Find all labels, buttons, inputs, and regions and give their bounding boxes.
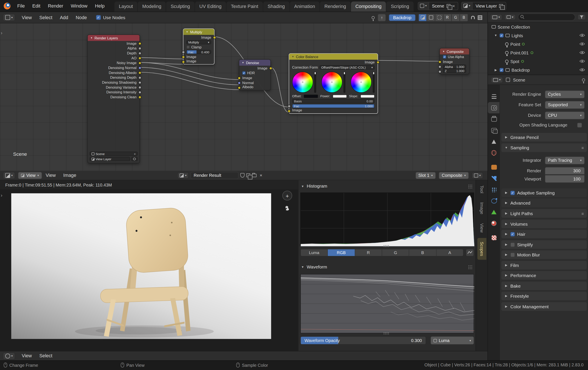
waveform-drag-handle[interactable] — [468, 265, 472, 270]
tab-object-properties[interactable] — [488, 161, 500, 173]
socket-multiply-image2-in[interactable] — [182, 60, 185, 63]
histogram-g-button[interactable]: G — [382, 249, 409, 256]
socket-denoising-intensity-out[interactable] — [138, 91, 141, 94]
node-menu-add[interactable]: Add — [56, 13, 72, 22]
histogram-b-button[interactable]: B — [409, 249, 436, 256]
tab-world-properties[interactable] — [488, 147, 500, 158]
socket-depth-out[interactable] — [138, 52, 141, 55]
image-browse-dropdown[interactable]: ▾ — [178, 172, 189, 179]
integrator-dropdown[interactable]: Path Tracing▾ — [545, 156, 585, 164]
cb-slope-swatch[interactable] — [360, 94, 375, 98]
hide-eye-icon[interactable] — [579, 59, 585, 64]
backdrop-color-button[interactable] — [427, 14, 435, 21]
view-layer-selector[interactable]: ▾ View Layer — [462, 2, 506, 10]
tab-animation[interactable]: Animation — [290, 1, 320, 12]
histogram-luma-button[interactable]: Luma — [301, 249, 328, 256]
tab-scene-properties[interactable] — [488, 136, 500, 147]
socket-alpha-out[interactable] — [138, 47, 141, 50]
panel-bake[interactable]: ▶Bake — [501, 282, 587, 290]
hide-eye-icon[interactable] — [579, 51, 585, 55]
socket-denoising-depth-out[interactable] — [138, 76, 141, 79]
node-menu-node[interactable]: Node — [72, 13, 91, 22]
panel-sampling[interactable]: ▼Sampling ≡ — [501, 143, 587, 152]
motion-blur-checkbox[interactable] — [510, 252, 515, 257]
overlay-grid-icon[interactable] — [478, 15, 482, 20]
backdrop-alpha-button[interactable] — [435, 14, 443, 21]
socket-denoising-normal-out[interactable] — [138, 66, 141, 69]
pass-dropdown[interactable]: Composite▾ — [439, 172, 469, 179]
cb-correction-form-dropdown[interactable]: Offset/Power/Slope (ASC-CDL)▾ — [319, 65, 375, 69]
node-canvas[interactable]: › ▾Render Layers Image Alpha Depth AO No… — [0, 23, 487, 171]
subpanel-adaptive-sampling[interactable]: ▶✓ Adaptive Sampling — [501, 188, 587, 197]
tab-layout[interactable]: Layout — [114, 1, 137, 12]
panel-volumes[interactable]: ▶Volumes — [501, 220, 587, 228]
sampling-presets-icon[interactable]: ≡ — [582, 145, 584, 150]
channel-g-button[interactable]: G — [452, 14, 460, 21]
hair-checkbox[interactable]: ✓ — [510, 232, 515, 236]
tab-object-data-properties[interactable] — [488, 207, 500, 218]
cb-slope-slider[interactable] — [373, 72, 375, 93]
socket-cb-image-in[interactable] — [287, 109, 290, 112]
socket-denoise-image-in[interactable] — [238, 76, 241, 79]
outliner-row-backdrop[interactable]: ▶ ✓ Backdrop — [488, 65, 588, 74]
socket-multiply-image-out[interactable] — [213, 36, 216, 39]
simplify-checkbox[interactable] — [510, 242, 515, 247]
image-menu-image[interactable]: Image — [60, 171, 80, 179]
snap-icon[interactable] — [471, 16, 475, 19]
samples-render-field[interactable]: 300 — [545, 167, 585, 174]
new-image-icon[interactable] — [246, 173, 250, 177]
multiply-clamp-checkbox[interactable] — [186, 45, 190, 49]
hide-eye-icon[interactable] — [579, 42, 585, 46]
histogram-r-button[interactable]: R — [355, 249, 382, 256]
image-mode-dropdown[interactable]: View▾ — [18, 172, 42, 179]
outliner-row-point[interactable]: Point — [488, 40, 588, 48]
waveform-resize-handle[interactable] — [383, 332, 389, 334]
device-dropdown[interactable]: CPU▾ — [545, 111, 585, 119]
socket-multiply-fac-in[interactable] — [182, 51, 185, 54]
panel-motion-blur[interactable]: ▶ Motion Blur — [501, 250, 587, 259]
socket-denoising-shadowing-out[interactable] — [138, 81, 141, 84]
tab-compositing[interactable]: Compositing — [351, 1, 386, 12]
histogram-resize-handle[interactable] — [383, 245, 389, 247]
tab-particle-properties[interactable] — [488, 184, 500, 195]
cb-offset-wheel[interactable] — [292, 72, 313, 93]
backdrop-checkbox[interactable]: ✓ — [499, 68, 504, 72]
tab-scopes[interactable]: Scopes — [477, 238, 486, 260]
render-engine-dropdown[interactable]: Cycles▾ — [545, 90, 585, 98]
tab-texture-paint[interactable]: Texture Paint — [226, 1, 263, 12]
editor-type-properties[interactable]: ▾ — [491, 77, 503, 83]
lights-checkbox[interactable]: ✓ — [499, 33, 504, 37]
node-menu-view[interactable]: View — [18, 13, 36, 22]
socket-ao-out[interactable] — [138, 57, 141, 60]
slot-dropdown[interactable]: Slot 1▾ — [415, 172, 436, 179]
editor-type-outliner[interactable]: ▾ — [490, 14, 502, 20]
fake-user-icon[interactable] — [241, 173, 245, 177]
socket-denoising-variance-out[interactable] — [138, 86, 141, 89]
rl-scene-field[interactable]: Scene× — [90, 152, 137, 156]
tab-tool-properties[interactable] — [488, 91, 500, 102]
denoise-hdr-checkbox[interactable]: ✓ — [242, 71, 246, 75]
editor-type-timeline[interactable]: ▾ — [3, 352, 15, 359]
waveform-opacity-slider[interactable]: Waveform Opacity 0.300 — [300, 336, 426, 344]
composite-alpha-field[interactable]: Alpha1.000 — [443, 65, 466, 69]
rl-view-layer-field[interactable]: View Layer — [90, 157, 130, 161]
tab-view-layer-properties[interactable] — [488, 125, 500, 136]
cb-power-swatch[interactable] — [333, 94, 347, 98]
blender-logo-icon[interactable] — [4, 2, 10, 9]
hide-eye-icon[interactable] — [579, 33, 585, 38]
socket-denoising-clean-out[interactable] — [138, 96, 141, 98]
light-paths-presets-icon[interactable]: ≡ — [582, 211, 584, 216]
tab-render-properties[interactable] — [488, 102, 500, 113]
scene-selector[interactable]: ▾ Scene × — [418, 2, 458, 10]
hide-eye-icon[interactable] — [579, 68, 585, 72]
node-render-layers[interactable]: ▾Render Layers Image Alpha Depth AO Nois… — [87, 35, 140, 163]
pin-icon[interactable] — [372, 16, 375, 19]
sample-line-toggle[interactable] — [466, 249, 474, 256]
use-nodes-checkbox[interactable]: ✓ — [96, 15, 101, 20]
cb-power-slider[interactable] — [343, 72, 345, 93]
histogram-a-button[interactable]: A — [436, 249, 463, 256]
composite-z-field[interactable]: Z1.000 — [443, 69, 466, 73]
cb-offset-swatch[interactable] — [304, 94, 318, 98]
osl-checkbox[interactable] — [577, 123, 582, 128]
outliner-row-scene-collection[interactable]: Scene Collection — [488, 22, 588, 31]
